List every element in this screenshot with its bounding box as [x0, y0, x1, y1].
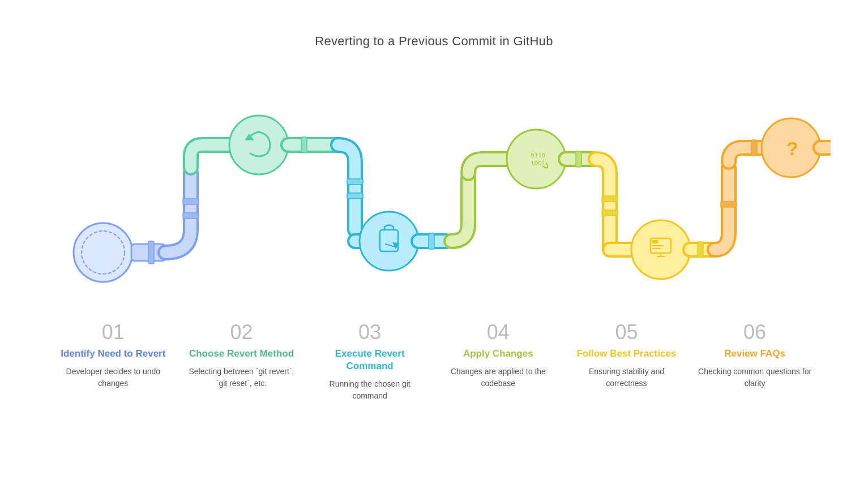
svg-rect-27 [721, 202, 737, 207]
svg-point-6 [229, 115, 288, 174]
svg-rect-20 [602, 210, 618, 216]
step-04-title: Apply Changes [463, 348, 533, 360]
step-01-desc: Developer decides to undo changes [57, 366, 170, 389]
step-01-title: Identify Need to Revert [61, 348, 165, 360]
svg-rect-23 [652, 240, 658, 243]
svg-rect-4 [183, 213, 199, 219]
svg-point-0 [74, 223, 132, 282]
svg-rect-3 [148, 241, 154, 264]
svg-rect-14 [429, 233, 434, 249]
step-06-number: 06 [743, 320, 766, 344]
step-06-desc: Checking common questions for clarity [698, 366, 811, 389]
svg-rect-19 [602, 196, 618, 202]
diagram-area: 0110 1001 [38, 54, 831, 315]
svg-rect-24 [652, 245, 664, 246]
svg-rect-9 [347, 179, 363, 185]
step-06-title: Review FAQs [724, 348, 785, 360]
svg-rect-25 [652, 248, 661, 249]
step-04: 04 Apply Changes Changes are applied to … [442, 320, 555, 402]
step-03: 03 Execute Revert Command Running the ch… [313, 320, 426, 402]
step-03-title: Execute Revert Command [313, 348, 426, 372]
step-04-desc: Changes are applied to the codebase [442, 366, 555, 389]
step-01-number: 01 [102, 320, 125, 344]
step-05: 05 Follow Best Practices Ensuring stabil… [570, 320, 683, 402]
svg-text:0110: 0110 [531, 152, 546, 159]
step-02-desc: Selecting between `git revert`, `git res… [185, 366, 298, 389]
step-03-desc: Running the chosen git command [313, 378, 426, 402]
svg-rect-26 [698, 242, 703, 258]
svg-text:?: ? [786, 138, 798, 159]
svg-point-15 [507, 130, 566, 189]
svg-rect-10 [347, 193, 363, 199]
step-05-number: 05 [615, 320, 638, 344]
steps-row: 01 Identify Need to Revert Developer dec… [27, 320, 842, 402]
step-02: 02 Choose Revert Method Selecting betwee… [185, 320, 298, 402]
step-06: 06 Review FAQs Checking common questions… [698, 320, 811, 402]
step-05-desc: Ensuring stability and correctness [570, 366, 683, 389]
step-02-title: Choose Revert Method [189, 348, 294, 360]
step-04-number: 04 [487, 320, 510, 344]
svg-point-11 [360, 212, 418, 271]
step-02-number: 02 [230, 320, 253, 344]
svg-point-21 [631, 220, 690, 279]
svg-rect-8 [301, 137, 307, 153]
svg-rect-18 [576, 151, 581, 167]
page-title: Reverting to a Previous Commit in GitHub [315, 34, 553, 49]
step-05-title: Follow Best Practices [577, 348, 677, 360]
step-03-number: 03 [358, 320, 381, 344]
step-01: 01 Identify Need to Revert Developer dec… [57, 320, 170, 402]
svg-text:1001: 1001 [531, 160, 546, 167]
svg-rect-28 [751, 140, 757, 156]
svg-rect-5 [183, 199, 199, 204]
